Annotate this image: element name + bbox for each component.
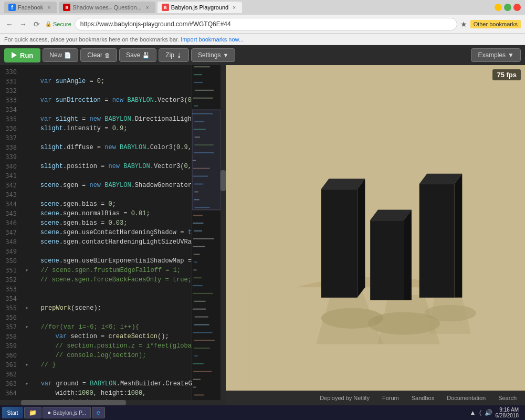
facebook-tab-icon: f: [8, 4, 16, 11]
save-icon: 💾: [142, 52, 150, 59]
reload-button[interactable]: ⟳: [32, 19, 42, 29]
url-text: https://www.babylonjs-playground.com/#WG…: [80, 20, 231, 28]
title-bar: f Facebook × B Shadow woes.- Question...…: [0, 0, 525, 15]
svg-marker-16: [455, 174, 463, 298]
run-button[interactable]: Run: [4, 48, 40, 62]
bookmark-star-icon[interactable]: ★: [460, 20, 467, 28]
zip-button[interactable]: Zip ⭳: [159, 48, 189, 62]
minimize-button[interactable]: [495, 4, 502, 11]
tray-arrow-icon[interactable]: ▲: [470, 409, 476, 416]
footer-documentation-link[interactable]: Documentation: [447, 395, 486, 401]
shadow-tab-icon: B: [63, 4, 70, 11]
svg-marker-10: [358, 179, 365, 298]
lock-icon: 🔒: [45, 21, 51, 27]
play-icon: [12, 52, 17, 58]
footer-sandbox-link[interactable]: Sandbox: [412, 395, 434, 401]
new-icon: 📄: [64, 52, 71, 59]
code-lines: 330 331 332 333 334 335 336 337 338 339 …: [0, 65, 226, 400]
taskbar: Start 📁 ● Babylon.js P... e ▲ 〈 🔊 9:16 A…: [0, 405, 525, 420]
start-button[interactable]: Start: [2, 407, 23, 418]
playground-tab-icon: B: [162, 4, 169, 11]
maximize-button[interactable]: [504, 4, 511, 11]
scrollbar-thumb[interactable]: [220, 170, 226, 191]
clear-button[interactable]: Clear 🗑: [80, 48, 117, 62]
tab-playground[interactable]: B Babylon.js Playground ×: [158, 2, 242, 13]
footer-forum-link[interactable]: Forum: [382, 395, 399, 401]
playground-toolbar: Run New 📄 Clear 🗑 Save 💾 Zip ⭳ Settings …: [0, 45, 525, 65]
tab-playground-close[interactable]: ×: [230, 4, 238, 11]
secure-badge: 🔒 Secure: [45, 21, 71, 27]
code-editor[interactable]: 330 331 332 333 334 335 336 337 338 339 …: [0, 65, 226, 405]
clear-icon: 🗑: [104, 52, 110, 58]
tab-shadow-label: Shadow woes.- Question...: [72, 4, 141, 10]
tray-volume-icon[interactable]: 🔊: [485, 409, 492, 416]
code-content[interactable]: var sunAngle = 0; var sunDirection = new…: [21, 65, 192, 400]
svg-rect-8: [321, 189, 358, 298]
horizontal-scrollbar[interactable]: [0, 400, 226, 405]
save-button[interactable]: Save 💾: [119, 48, 156, 62]
canvas-3d[interactable]: [226, 65, 525, 391]
examples-button[interactable]: Examples ▼: [471, 48, 521, 62]
tray-network-icon[interactable]: 〈: [479, 409, 481, 416]
minimap[interactable]: [192, 65, 220, 400]
taskbar-chrome[interactable]: ● Babylon.js P...: [43, 407, 91, 418]
tab-facebook-label: Facebook: [18, 4, 43, 10]
other-bookmarks-button[interactable]: Other bookmarks: [470, 20, 521, 28]
taskbar-tray: ▲ 〈 🔊 9:16 AM 6/28/2018: [466, 407, 523, 418]
back-button[interactable]: ←: [4, 19, 15, 29]
vertical-scrollbar[interactable]: [220, 65, 226, 400]
window-controls: [495, 4, 521, 11]
zip-icon: ⭳: [176, 52, 182, 58]
secure-text: Secure: [53, 21, 71, 27]
forward-button[interactable]: →: [18, 19, 28, 29]
line-numbers: 330 331 332 333 334 335 336 337 338 339 …: [0, 65, 21, 400]
import-bookmarks-link[interactable]: Import bookmarks now...: [181, 36, 244, 43]
svg-rect-14: [419, 184, 455, 298]
new-button[interactable]: New 📄: [43, 48, 78, 62]
tab-facebook[interactable]: f Facebook ×: [4, 2, 57, 13]
settings-chevron-icon: ▼: [223, 52, 228, 58]
footer-netlify-link[interactable]: Deployed by Netlify: [320, 395, 370, 401]
tab-playground-label: Babylon.js Playground: [171, 4, 228, 10]
canvas-area: 75 fps: [226, 65, 525, 405]
tab-shadow[interactable]: B Shadow woes.- Question... ×: [59, 2, 155, 13]
address-bar: ← → ⟳ 🔒 Secure https://www.babylonjs-pla…: [0, 15, 525, 34]
tab-shadow-close[interactable]: ×: [144, 4, 151, 11]
url-bar[interactable]: https://www.babylonjs-playground.com/#WG…: [75, 18, 457, 30]
tab-facebook-close[interactable]: ×: [45, 4, 52, 11]
footer: Deployed by Netlify Forum Sandbox Docume…: [226, 391, 525, 405]
taskbar-time[interactable]: 9:16 AM 6/28/2018: [496, 407, 519, 418]
close-button[interactable]: [513, 4, 521, 11]
main-content: 330 331 332 333 334 335 336 337 338 339 …: [0, 65, 525, 405]
bookmarks-bar: For quick access, place your bookmarks h…: [0, 34, 525, 45]
scene-svg: [226, 65, 525, 391]
taskbar-ie[interactable]: e: [92, 407, 105, 418]
svg-marker-13: [404, 210, 412, 300]
footer-search-link[interactable]: Search: [498, 395, 517, 401]
svg-rect-11: [370, 220, 404, 300]
settings-button[interactable]: Settings ▼: [191, 48, 235, 62]
taskbar-file-explorer[interactable]: 📁: [24, 407, 41, 418]
horizontal-scrollbar-thumb[interactable]: [21, 400, 126, 405]
examples-chevron-icon: ▼: [508, 51, 514, 59]
